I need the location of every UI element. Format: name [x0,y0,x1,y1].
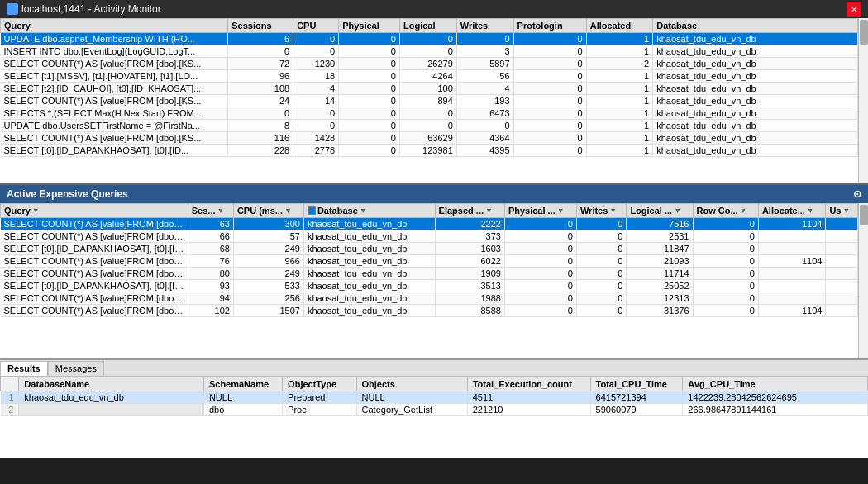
list-item[interactable]: 1 khaosat_tdu_edu_vn_db NULL Prepared NU… [1,391,868,404]
cell-rowco: 0 [693,305,758,317]
cell-query: SELECT [t2].[ID_CAUHOI], [t0].[ID_KHAOSA… [1,83,228,95]
cell-query: SELECT [t0].[ID_DAPANKHAOSAT], [t0].[ID.… [1,280,188,292]
bottom-tabs: Results Messages [0,360,868,377]
cell-elapsed: 6022 [435,255,504,268]
table-row[interactable]: SELECT COUNT(*) AS [value]FROM [dbo].[KS… [1,292,858,305]
col-sessions: Sessions [228,19,293,33]
cell-alloc: 1104 [758,305,826,317]
top-table: Query Sessions CPU Physical Logical Writ… [0,18,858,157]
cell-ses: 63 [188,218,233,230]
cell-schema: NULL [203,391,282,404]
cell-us [826,230,858,243]
table-row[interactable]: SELECT COUNT(*) AS [value]FROM [dbo].[KS… [1,255,858,268]
cell-writes: 0 [576,305,626,317]
top-section: Query Sessions CPU Physical Logical Writ… [0,18,868,183]
cell-ses: 66 [188,230,233,243]
list-item[interactable]: 2 dbo Proc Category_GetList 221210 59060… [1,404,868,416]
cell-query: SELECT COUNT(*) AS [value]FROM [dbo].[KS… [1,305,188,317]
bottom-section: Results Messages DatabaseName SchemaName… [0,358,868,456]
cell-database: khaosat_tdu_edu_vn_db [653,83,858,95]
table-row[interactable]: UPDATE dbo.aspnet_Membership WITH (RO...… [1,33,858,45]
cell-query: SELECT COUNT(*) AS [value]FROM [dbo].[KS… [1,95,228,107]
table-row[interactable]: UPDATE dbo.UsersSETFirstName = @FirstNa.… [1,120,858,132]
close-button[interactable]: ✕ [847,2,861,17]
cell-logical: 0 [399,33,456,45]
acol-writes: Writes ▼ [576,204,626,218]
cell-writes: 3 [456,45,513,58]
cell-physical: 0 [339,58,400,70]
cell-physical: 0 [504,292,576,305]
cell-database: khaosat_tdu_edu_vn_db [653,107,858,120]
cell-schema: dbo [203,404,282,416]
tab-messages[interactable]: Messages [48,361,104,376]
cell-physical: 0 [504,243,576,255]
table-row[interactable]: SELECT COUNT(*) AS [value]FROM [dbo].[KS… [1,58,858,70]
table-row[interactable]: SELECT [t0].[ID_DAPANKHAOSAT], [t0].[ID.… [1,145,858,157]
cell-database: khaosat_tdu_edu_vn_db [653,120,858,132]
acol-elapsed: Elapsed ... ▼ [435,204,504,218]
table-row[interactable]: SELECTS.*,(SELECT Max(H.NextStart) FROM … [1,107,858,120]
cell-physical: 0 [339,83,400,95]
cell-query: SELECT COUNT(*) AS [value]FROM [dbo].[KS… [1,268,188,280]
cell-cpu: 0 [293,120,339,132]
rcol-avgcpu: Avg_CPU_Time [683,377,868,391]
title-text: localhost,1441 - Activity Monitor [21,3,161,15]
cell-cpu: 1507 [233,305,303,317]
table-row[interactable]: SELECT [t2].[ID_CAUHOI], [t0].[ID_KHAOSA… [1,83,858,95]
cell-database: khaosat_tdu_edu_vn_db [653,132,858,145]
cell-logical: 63629 [399,132,456,145]
tab-results[interactable]: Results [0,361,48,376]
col-query: Query [1,19,228,33]
active-scrollbar[interactable] [858,203,868,358]
cell-cpu: 0 [293,107,339,120]
cell-query: UPDATE dbo.aspnet_Membership WITH (RO... [1,33,228,45]
cell-physical: 0 [339,107,400,120]
cell-ses: 94 [188,292,233,305]
table-row[interactable]: SELECT COUNT(*) AS [value]FROM [dbo].[KS… [1,218,858,230]
cell-logical: 11714 [627,268,693,280]
cell-allocated: 1 [586,33,653,45]
table-row[interactable]: SELECT COUNT(*) AS [value]FROM [dbo].[KS… [1,95,858,107]
table-row[interactable]: SELECT COUNT(*) AS [value]FROM [dbo].[KS… [1,305,858,317]
cell-elapsed: 373 [435,230,504,243]
cell-writes: 0 [576,255,626,268]
cell-query: UPDATE dbo.UsersSETFirstName = @FirstNa.… [1,120,228,132]
table-row[interactable]: SELECT COUNT(*) AS [value]FROM [dbo].[KS… [1,132,858,145]
results-table: DatabaseName SchemaName ObjectType Objec… [0,377,868,416]
col-physical: Physical [339,19,400,33]
rcol-schema: SchemaName [203,377,282,391]
active-table-container: Query ▼ Ses... ▼ CPU (ms... ▼ Database ▼ [0,203,858,358]
cell-physical: 0 [339,145,400,157]
cell-avg-cpu: 266.98647891144161 [683,404,868,416]
cell-query: SELECT [t1].[MSSV], [t1].[HOVATEN], [t1]… [1,70,228,83]
cell-logical: 2531 [627,230,693,243]
cell-database: khaosat_tdu_edu_vn_db [653,33,858,45]
top-scrollbar[interactable] [858,18,868,183]
cell-sessions: 6 [228,33,293,45]
table-row[interactable]: SELECT COUNT(*) AS [value]FROM [dbo].[KS… [1,230,858,243]
cell-db: khaosat_tdu_edu_vn_db [303,268,435,280]
cell-writes: 0 [456,33,513,45]
cell-cpu-time: 59060079 [590,404,683,416]
cell-query: SELECTS.*,(SELECT Max(H.NextStart) FROM … [1,107,228,120]
cell-allocated: 1 [586,120,653,132]
cell-cpu: 533 [233,280,303,292]
table-row[interactable]: SELECT [t0].[ID_DAPANKHAOSAT], [t0].[ID.… [1,243,858,255]
cell-rowco: 0 [693,218,758,230]
table-row[interactable]: INSERT INTO dbo.[EventLog](LogGUID,LogT.… [1,45,858,58]
active-section-header: Active Expensive Queries ⊙ [0,185,868,203]
acol-database: Database ▼ [303,204,435,218]
cell-us [826,255,858,268]
cell-sessions: 0 [228,45,293,58]
table-row[interactable]: SELECT COUNT(*) AS [value]FROM [dbo].[KS… [1,268,858,280]
table-row[interactable]: SELECT [t1].[MSSV], [t1].[HOVATEN], [t1]… [1,70,858,83]
table-row[interactable]: SELECT [t0].[ID_DAPANKHAOSAT], [t0].[ID.… [1,280,858,292]
acol-cpu: CPU (ms... ▼ [233,204,303,218]
cell-db: khaosat_tdu_edu_vn_db [303,255,435,268]
cell-writes: 0 [576,268,626,280]
collapse-icon[interactable]: ⊙ [853,188,861,200]
rcol-cputime: Total_CPU_Time [590,377,683,391]
cell-writes: 0 [576,218,626,230]
cell-dbname: khaosat_tdu_edu_vn_db [19,391,204,404]
rnum-header [1,377,19,391]
